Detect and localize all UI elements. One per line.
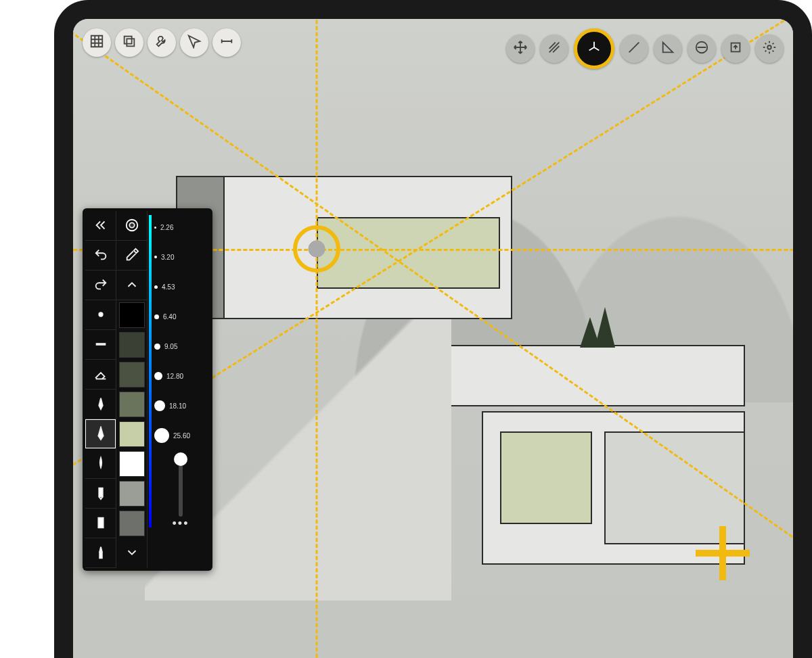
size-gradient-bar [149,215,152,527]
toolbar-top-right [506,28,784,69]
chevrons-left-icon [93,218,108,234]
cursor-icon [187,34,202,51]
flat-marker-icon [93,515,108,532]
scroll-up-button[interactable] [116,271,147,300]
triangle-ruler-button[interactable] [654,34,682,63]
size-value: 6.40 [163,313,176,321]
eyedropper-icon [125,248,139,264]
toolbar-top-left [83,28,241,57]
size-value: 9.05 [164,343,177,350]
swatch-sage[interactable] [119,392,145,417]
fine-pen-button[interactable] [85,390,116,419]
layers-button[interactable] [115,28,143,57]
brush-size-8[interactable]: 25.60 [154,421,207,450]
svg-rect-7 [98,517,103,527]
svg-point-9 [129,222,134,227]
eyedropper-button[interactable] [116,241,147,271]
color-wheel-button[interactable] [116,211,147,241]
brush-size-6[interactable]: 12.80 [154,361,207,391]
marker-icon [93,486,108,502]
brush-size-2[interactable]: 3.20 [154,242,207,272]
chevron-up-icon [125,277,139,293]
device-frame: 2.26 3.20 4.53 6.40 9.05 12.80 18.10 25.… [54,0,812,658]
svg-rect-6 [99,488,103,496]
swatch-black[interactable] [119,302,145,328]
brush-size-1[interactable]: 2.26 [154,212,207,242]
pencil-icon [93,426,108,442]
grid-icon [89,34,104,51]
swatch-grey[interactable] [119,481,145,507]
no-entry-icon [694,40,709,57]
brush-pen-button[interactable] [85,449,116,479]
undo-icon [93,248,108,264]
collapse-button[interactable] [85,211,116,241]
dot-brush-button[interactable] [85,300,116,330]
settings-button[interactable] [755,34,784,63]
svg-point-4 [767,45,771,49]
swatch-olive[interactable] [119,362,145,387]
svg-rect-0 [125,37,132,44]
hline-icon [93,337,108,353]
undo-button[interactable] [85,241,116,271]
size-value: 4.53 [162,283,175,291]
swatch-pale-green[interactable] [119,421,145,447]
redo-button[interactable] [85,271,116,300]
tools-button[interactable] [148,28,176,57]
ruler-icon [219,34,234,51]
navigate-button[interactable] [180,28,208,57]
brush-panel: 2.26 3.20 4.53 6.40 9.05 12.80 18.10 25.… [83,208,212,571]
chevron-down-icon [125,545,139,561]
move3d-button[interactable] [506,34,535,63]
vanishing-point-primary[interactable] [293,225,340,273]
slider-thumb[interactable] [174,452,187,466]
drawing-canvas[interactable]: 2.26 3.20 4.53 6.40 9.05 12.80 18.10 25.… [73,19,793,658]
export-icon [728,40,743,57]
svg-point-5 [99,312,103,316]
line-button[interactable] [620,34,648,63]
perspective-icon [587,40,602,57]
brush-size-4[interactable]: 6.40 [154,302,207,331]
size-value: 3.20 [161,254,174,261]
brush-icon [93,456,108,472]
wrench-icon [154,34,169,51]
hatch-icon [547,40,562,57]
marker-button[interactable] [85,479,116,509]
gear-icon [762,40,777,57]
tree-icon [580,293,621,348]
scroll-down-button[interactable] [116,538,147,568]
grid-button[interactable] [83,28,111,57]
triangle-icon [660,40,675,57]
swatch-white[interactable] [119,451,145,477]
brush-size-7[interactable]: 18.10 [154,391,207,421]
svg-rect-1 [127,39,134,46]
size-value: 2.26 [160,224,173,231]
brush-size-3[interactable]: 4.53 [154,272,207,302]
dot-icon [93,307,108,323]
size-value: 18.10 [169,402,186,410]
more-button[interactable]: ••• [154,517,207,536]
size-value: 25.60 [173,432,190,440]
eraser-icon [93,367,108,383]
line-icon [627,40,641,57]
export-button[interactable] [721,34,750,63]
disable-button[interactable] [687,34,716,63]
pen-icon [93,396,108,413]
flat-marker-button[interactable] [85,509,116,538]
building-drawing [145,115,757,626]
measure-button[interactable] [212,28,241,57]
move-icon [513,40,528,57]
eraser-button[interactable] [85,360,116,390]
pencil-button[interactable] [85,419,116,449]
airbrush-button[interactable] [85,538,116,568]
swatch-dark-grey[interactable] [119,511,145,536]
airbrush-icon [93,545,108,561]
opacity-slider[interactable] [179,456,183,517]
layers-icon [122,34,137,51]
swatch-dark-olive[interactable] [119,332,145,358]
perspective-button[interactable] [574,28,614,69]
redo-icon [93,277,108,293]
size-value: 12.80 [166,373,183,380]
line-brush-button[interactable] [85,330,116,360]
brush-size-5[interactable]: 9.05 [154,331,207,361]
hatch-button[interactable] [540,34,568,63]
